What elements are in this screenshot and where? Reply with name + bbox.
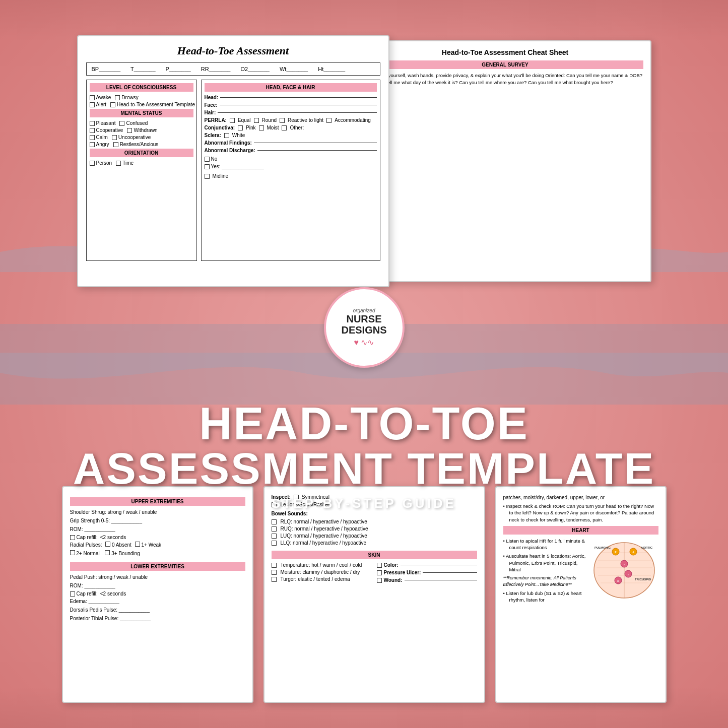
logo-heart-ecg: ♥ ∿∿	[354, 338, 374, 347]
extremities-doc: UPPER EXTREMITIES Shoulder Shrug: strong…	[62, 486, 253, 703]
temperature-label: Temperature: hot / warm / cool / cold	[281, 562, 362, 568]
moist-label: Moist	[267, 125, 279, 130]
mental-row1: Pleasant Confused	[90, 120, 193, 126]
vitals-row: BP_______ T_______ P_______ RR_______ O2…	[86, 62, 380, 76]
mental-row4: Angry Restless/Anxious	[90, 142, 193, 147]
abnormal-findings-label: Abnormal Findings:	[205, 140, 252, 146]
moisture-label: Moisture: clammy / diaphoretic / dry	[281, 569, 360, 575]
wound-label: Wound:	[384, 577, 403, 583]
normal-bounding-row: 2+ Normal 3+ Bounding	[70, 550, 245, 557]
cooperative-item: Cooperative	[90, 127, 123, 133]
logo-organized: organized	[353, 308, 375, 313]
llq-row: LLQ: normal / hyperactive / hypoactive	[272, 540, 477, 546]
yes-item: Yes: _______________	[205, 164, 377, 169]
angry-label: Angry	[96, 142, 109, 147]
abnormal-discharge-label: Abnormal Discharge:	[205, 148, 255, 153]
doc-right-column: HEAD, FACE & HAIR Head: Face: Hair: PERR…	[201, 80, 380, 261]
perrla-label: PERRLA:	[205, 117, 227, 123]
alert-item: Alert	[90, 102, 107, 107]
svg-text:AORTIC: AORTIC	[641, 546, 653, 549]
cap-refill-row: Cap refill: <2 seconds	[70, 535, 245, 540]
svg-text:TRICUSPID: TRICUSPID	[635, 578, 651, 581]
cap-refill-label: Cap refill:	[77, 535, 98, 540]
confused-label: Confused	[126, 120, 148, 126]
inspection-doc: Inspect: Symmetrical Lesions/Scars/Rashe…	[263, 486, 485, 703]
pleasant-item: Pleasant	[90, 120, 116, 126]
no-item: No	[205, 156, 377, 162]
cap-refill-lower-value: <2 seconds	[100, 591, 126, 597]
heart-bullet1: Listen to apical HR for 1 full minute & …	[503, 538, 586, 551]
logo-nurse: NURSE	[346, 313, 381, 324]
back-doc-title: Head-to-Toe Assessment Cheat Sheet	[367, 48, 643, 56]
round-cb	[254, 118, 259, 123]
calm-item: Calm	[90, 135, 108, 140]
heart-bullet3: Listen for lub dub (S1 & S2) & heart rhy…	[503, 590, 586, 604]
head-face-hair-header: HEAD, FACE & HAIR	[205, 83, 377, 92]
doc-left-column: LEVEL OF CONSCIOUSNESS Awake Drowsy Aler…	[86, 80, 197, 261]
main-heading-line1: HEAD-TO-TOE	[37, 401, 692, 446]
moisture-cb	[272, 570, 277, 575]
pressure-cb	[377, 570, 382, 575]
ruq-label: RUQ: normal / hyperactive / hypoactive	[281, 526, 368, 532]
other-label: Other:	[290, 125, 304, 130]
color-cb	[377, 563, 382, 568]
turgor-row: Turgor: elastic / tented / edema	[272, 576, 372, 582]
hair-label: Hair:	[205, 110, 216, 115]
other-cb	[282, 125, 287, 130]
bp-label: BP_______	[92, 66, 121, 72]
skin-columns: Temperature: hot / warm / cool / cold Mo…	[272, 562, 477, 585]
o2-label: O2_______	[240, 66, 270, 72]
midline-cb	[205, 174, 210, 179]
abnormal-discharge-field: Abnormal Discharge:	[205, 148, 377, 153]
skin-right: Color: Pressure Ulcer: Wound:	[377, 562, 477, 585]
white-cb	[224, 133, 229, 138]
dorsalis: Dorsalis Pedis Pulse: ___________	[70, 607, 245, 614]
cooperative-label: Cooperative	[96, 127, 123, 133]
angry-item: Angry	[90, 142, 109, 147]
logo-circle: organized NURSE DESIGNS ♥ ∿∿	[324, 287, 405, 368]
uncooperative-label: Uncooperative	[118, 135, 151, 140]
pedal-push: Pedal Push: strong / weak / unable	[70, 574, 245, 581]
awake-item: Awake	[90, 95, 111, 100]
uncooperative-item: Uncooperative	[112, 135, 151, 140]
consciousness-header: LEVEL OF CONSCIOUSNESS	[90, 83, 193, 92]
consciousness-row1: Awake Drowsy	[90, 95, 193, 100]
wound-field: Wound:	[377, 577, 477, 583]
conjunctiva-label: Conjunctiva:	[205, 125, 235, 130]
rlq-cb	[272, 519, 277, 524]
white-label: White	[232, 133, 245, 138]
accommodating-cb	[326, 118, 332, 123]
svg-text:E: E	[623, 563, 625, 566]
moist-cb	[259, 125, 264, 130]
rom-lower: ROM: ___________	[70, 582, 245, 589]
heart-bullet2: Auscultate heart in 5 locations: Aortic,…	[503, 553, 586, 573]
heart-doc: patches, moist/dry, darkened, upper, low…	[495, 486, 667, 703]
general-survey-text: Introduce yourself, wash hands, provide …	[367, 72, 643, 87]
head-label: Head:	[205, 95, 219, 100]
rr-label: RR_______	[201, 66, 231, 72]
skin-header: SKIN	[272, 551, 477, 559]
cap-refill-item: Cap refill: <2 seconds	[70, 535, 126, 540]
top-doc-container: Head-to-Toe Assessment BP_______ T______…	[62, 25, 667, 302]
equal-label: Equal	[238, 117, 251, 123]
abnormal-findings-field: Abnormal Findings:	[205, 140, 377, 146]
no-label: No	[211, 156, 218, 162]
sclera-label: Sclera:	[205, 133, 221, 138]
p-label: P_______	[166, 66, 191, 72]
svg-text:PULMONIC: PULMONIC	[594, 546, 611, 549]
wt-label: Wt_______	[280, 66, 308, 72]
ruq-cb	[272, 526, 277, 532]
equal-cb	[230, 118, 235, 123]
no-yes-section: No Yes: _______________	[205, 156, 377, 169]
person-label: Person	[96, 160, 112, 166]
general-survey-header: GENERAL SURVEY	[367, 60, 643, 69]
doc-grid: LEVEL OF CONSCIOUSNESS Awake Drowsy Aler…	[86, 80, 380, 261]
heart-mnemonic: **Remember mnemonic: All Patients Effect…	[503, 575, 586, 587]
heart-header: HEART	[503, 526, 658, 535]
t-label: T_______	[130, 66, 156, 72]
midline-label: Midline	[213, 173, 229, 179]
turgor-cb	[272, 577, 277, 582]
pink-cb	[238, 125, 243, 130]
pressure-ulcer-field: Pressure Ulcer:	[377, 570, 477, 575]
llq-label: LLQ: normal / hyperactive / hypoactive	[281, 540, 367, 546]
